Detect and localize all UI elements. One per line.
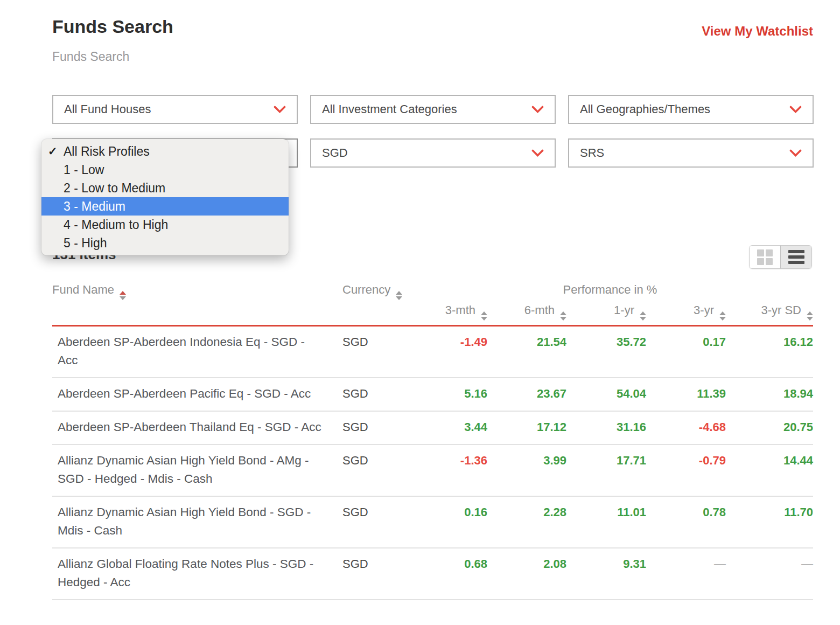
sort-arrows-icon (807, 311, 813, 321)
fund-name-cell: Aberdeen SP-Aberdeen Pacific Eq - SGD - … (52, 385, 342, 403)
fund-houses-select-value: All Fund Houses (64, 102, 151, 116)
performance-value-cell: 11.39 (646, 385, 726, 403)
fund-name-cell: Aberdeen SP-Aberdeen Thailand Eq - SGD -… (52, 418, 342, 436)
currency-cell: SGD (342, 418, 407, 436)
risk-profile-dropdown-menu: ✓All Risk Profiles1 - Low2 - Low to Medi… (41, 139, 289, 255)
risk-option-3-medium[interactable]: 3 - Medium (41, 197, 289, 216)
chevron-down-icon (531, 106, 544, 114)
performance-value-cell: 17.12 (487, 418, 566, 436)
performance-value-cell: 23.67 (487, 385, 566, 403)
fund-name-cell: Aberdeen SP-Aberdeen Indonesia Eq - SGD … (52, 333, 342, 370)
column-header-3-mth[interactable]: 3-mth (407, 303, 487, 321)
sort-arrows-icon (481, 311, 487, 321)
grid-view-icon (757, 249, 773, 265)
fund-houses-select[interactable]: All Fund Houses (52, 95, 298, 124)
column-header-3-yr-sd[interactable]: 3-yr SD (726, 303, 813, 321)
column-header-fund-name[interactable]: Fund Name (52, 283, 342, 302)
chevron-down-icon (789, 149, 802, 157)
funds-search-page: Funds Search View My Watchlist Funds Sea… (0, 0, 840, 625)
risk-option-4-medium-to-high[interactable]: 4 - Medium to High (41, 216, 289, 234)
performance-value-cell: 31.16 (566, 418, 646, 436)
performance-value-cell: 17.71 (566, 452, 646, 470)
performance-value-cell: 16.12 (726, 333, 813, 351)
breadcrumb: Funds Search (52, 50, 129, 64)
column-header-6-mth[interactable]: 6-mth (487, 303, 566, 321)
list-view-button[interactable] (781, 246, 811, 268)
view-toggle (749, 245, 812, 269)
table-row[interactable]: Aberdeen SP-Aberdeen Indonesia Eq - SGD … (52, 327, 813, 378)
performance-value-cell: 0.68 (407, 555, 487, 573)
chevron-down-icon (274, 106, 286, 114)
performance-value-cell: 9.31 (566, 555, 646, 573)
sort-arrows-icon (396, 291, 402, 300)
performance-value-cell: — (726, 555, 813, 573)
table-row[interactable]: Aberdeen SP-Aberdeen Pacific Eq - SGD - … (52, 378, 813, 412)
funds-table: Fund Name Currency Performance in % 3-mt… (52, 282, 813, 600)
table-row[interactable]: Aberdeen SP-Aberdeen Thailand Eq - SGD -… (52, 412, 813, 445)
performance-value-cell: 54.04 (566, 385, 646, 403)
performance-value-cell: -4.68 (646, 418, 726, 436)
performance-value-cell: 35.72 (566, 333, 646, 351)
performance-value-cell: 20.75 (726, 418, 813, 436)
performance-value-cell: 21.54 (487, 333, 566, 351)
view-my-watchlist-link[interactable]: View My Watchlist (702, 24, 813, 39)
table-row[interactable]: Allianz Global Floating Rate Notes Plus … (52, 548, 813, 600)
chevron-down-icon (789, 106, 802, 114)
checkmark-icon: ✓ (48, 142, 58, 161)
risk-option-5-high[interactable]: 5 - High (41, 234, 289, 252)
performance-value-cell: 0.78 (646, 503, 726, 522)
column-header-3-yr[interactable]: 3-yr (646, 303, 726, 321)
sort-arrows-icon (560, 311, 566, 321)
performance-value-cell: 11.01 (566, 503, 646, 522)
currency-cell: SGD (342, 503, 407, 522)
performance-value-cell: 5.16 (407, 385, 487, 403)
performance-value-cell: 3.99 (487, 452, 566, 470)
performance-value-cell: 0.16 (407, 503, 487, 522)
risk-option-1-low[interactable]: 1 - Low (41, 161, 289, 179)
plan-type-select[interactable]: SRS (568, 138, 814, 168)
performance-value-cell: 14.44 (726, 452, 813, 470)
performance-value-cell: -1.49 (407, 333, 487, 351)
investment-categories-select-value: All Investment Categories (322, 102, 457, 116)
performance-value-cell: -1.36 (407, 452, 487, 470)
risk-option-2-low-to-medium[interactable]: 2 - Low to Medium (41, 179, 289, 197)
performance-value-cell: -0.79 (646, 452, 726, 470)
currency-select-value: SGD (322, 146, 348, 160)
performance-value-cell: 18.94 (726, 385, 813, 403)
performance-value-cell: 2.28 (487, 503, 566, 522)
performance-value-cell: — (646, 555, 726, 573)
currency-select[interactable]: SGD (310, 138, 556, 168)
sort-arrows-icon (640, 311, 646, 321)
fund-name-cell: Allianz Dynamic Asian High Yield Bond - … (52, 503, 342, 540)
performance-value-cell: 11.70 (726, 503, 813, 522)
column-header-currency[interactable]: Currency (342, 283, 407, 302)
currency-cell: SGD (342, 333, 407, 351)
sort-arrows-icon (719, 311, 726, 321)
table-header: Fund Name Currency Performance in % 3-mt… (52, 282, 813, 327)
column-group-performance: Performance in % (407, 283, 813, 302)
performance-value-cell: 3.44 (407, 418, 487, 436)
geographies-themes-select-value: All Geographies/Themes (580, 102, 710, 116)
currency-cell: SGD (342, 452, 407, 470)
grid-view-button[interactable] (750, 246, 781, 268)
plan-type-select-value: SRS (580, 146, 604, 160)
fund-name-cell: Allianz Dynamic Asian High Yield Bond - … (52, 452, 342, 488)
table-body: Aberdeen SP-Aberdeen Indonesia Eq - SGD … (52, 327, 813, 600)
currency-cell: SGD (342, 555, 407, 573)
table-row[interactable]: Allianz Dynamic Asian High Yield Bond - … (52, 445, 813, 497)
currency-cell: SGD (342, 385, 407, 403)
fund-name-cell: Allianz Global Floating Rate Notes Plus … (52, 555, 342, 592)
sort-arrows-icon (120, 291, 126, 300)
page-title: Funds Search (52, 16, 173, 37)
column-header-1-yr[interactable]: 1-yr (566, 303, 646, 321)
list-view-icon (788, 250, 804, 264)
chevron-down-icon (531, 149, 544, 157)
investment-categories-select[interactable]: All Investment Categories (310, 95, 556, 124)
table-row[interactable]: Allianz Dynamic Asian High Yield Bond - … (52, 497, 813, 548)
geographies-themes-select[interactable]: All Geographies/Themes (568, 95, 814, 124)
performance-value-cell: 2.08 (487, 555, 566, 573)
performance-value-cell: 0.17 (646, 333, 726, 351)
risk-option-all-risk-profiles[interactable]: ✓All Risk Profiles (41, 142, 289, 161)
